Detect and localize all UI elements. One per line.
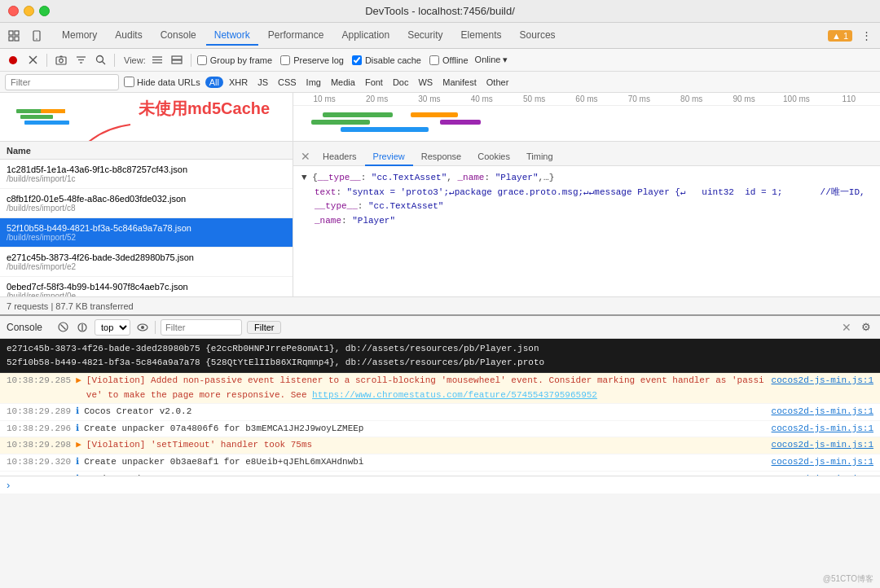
offline-toggle[interactable]: Offline — [429, 55, 469, 65]
tab-console-nav[interactable]: Console — [152, 26, 205, 46]
screenshot-button[interactable] — [53, 52, 69, 68]
detail-tab-preview[interactable]: Preview — [365, 148, 413, 166]
filter-xhr[interactable]: XHR — [225, 77, 252, 88]
filter-input[interactable] — [5, 74, 119, 90]
preserve-log-toggle[interactable]: Preserve log — [280, 55, 344, 65]
network-toolbar: View: Group by frame Preserve log Disabl… — [0, 49, 880, 72]
filter-all[interactable]: All — [205, 77, 223, 88]
log-time-1: 10:38:29.285 — [7, 374, 71, 388]
warn-icon-1: ▶ — [76, 374, 81, 388]
filter-doc[interactable]: Doc — [389, 77, 413, 88]
request-item-3[interactable]: 52f10b58-b449-4821-bf3a-5c846a9a7a78.jso… — [0, 218, 293, 248]
list-view-button[interactable] — [149, 52, 165, 68]
tab-audits[interactable]: Audits — [107, 26, 150, 46]
more-options-icon[interactable]: ⋮ — [857, 27, 875, 45]
request-item-1[interactable]: 1c281d5f-1e1a-43a6-9f1c-b8c87257cf43.jso… — [0, 160, 293, 189]
request-path-2: /build/res/import/c8 — [7, 204, 286, 213]
tab-application[interactable]: Application — [333, 26, 398, 46]
request-item-2[interactable]: c8fb1f20-01e5-48fe-a8ac-86ed03fde032.jso… — [0, 189, 293, 218]
search-button[interactable] — [92, 52, 108, 68]
timeline-waterfall — [293, 106, 880, 141]
request-item-4[interactable]: e271c45b-3873-4f26-bade-3ded28980b75.jso… — [0, 248, 293, 277]
log-source-1[interactable]: cocos2d-js-min.js:1 — [772, 374, 873, 388]
detail-tab-headers[interactable]: Headers — [315, 148, 365, 166]
filter-media[interactable]: Media — [327, 77, 359, 88]
minimize-button[interactable] — [24, 6, 34, 16]
tab-memory[interactable]: Memory — [54, 26, 105, 46]
record-button[interactable] — [5, 52, 21, 68]
log-time-5: 10:38:29.320 — [7, 455, 71, 470]
device-icon[interactable] — [28, 27, 46, 45]
detail-tabs: ✕ Headers Preview Response Cookies Timin… — [293, 142, 880, 166]
detail-line-3: __type__: "cc.TextAsset" — [301, 200, 872, 214]
filter-toggle-button[interactable] — [73, 52, 89, 68]
waterfall-bar-1 — [323, 112, 393, 117]
tab-security[interactable]: Security — [399, 26, 451, 46]
notif-line-1: e271c45b-3873-4f26-bade-3ded28980b75 {e2… — [7, 342, 873, 356]
filter-css[interactable]: CSS — [274, 77, 301, 88]
console-close-button[interactable]: ✕ — [839, 320, 854, 335]
group-by-frame-toggle[interactable]: Group by frame — [197, 55, 272, 65]
detail-close-button[interactable]: ✕ — [297, 147, 315, 165]
filter-js[interactable]: JS — [253, 77, 272, 88]
log-source-2[interactable]: cocos2d-js-min.js:1 — [772, 405, 873, 419]
status-bar: 7 requests | 87.7 KB transferred — [0, 296, 880, 314]
tick-100ms: 100 ms — [770, 94, 822, 103]
tab-network[interactable]: Network — [206, 26, 258, 46]
titlebar: DevTools - localhost:7456/build/ — [0, 0, 880, 23]
tab-sources[interactable]: Sources — [512, 26, 564, 46]
detail-tab-timing[interactable]: Timing — [518, 148, 561, 166]
log-source-3[interactable]: cocos2d-js-min.js:1 — [772, 422, 873, 437]
log-source-4[interactable]: cocos2d-js-min.js:1 — [772, 438, 873, 453]
detail-tab-cookies[interactable]: Cookies — [469, 148, 518, 166]
log-time-4: 10:38:29.298 — [7, 438, 71, 453]
console-filter-input[interactable] — [161, 319, 242, 336]
info-icon-2: ℹ — [76, 405, 79, 419]
log-source-5[interactable]: cocos2d-js-min.js:1 — [772, 455, 873, 470]
timeline-left — [0, 93, 293, 141]
log-entry-5: 10:38:29.320 ℹ Create unpacker 0b3ae8af1… — [0, 454, 880, 472]
request-item-5[interactable]: 0ebed7cf-58f3-4b99-b144-907f8c4aeb7c.jso… — [0, 277, 293, 296]
offline-label: Offline — [442, 55, 469, 65]
svg-rect-2 — [9, 37, 13, 41]
console-context-select[interactable]: top — [95, 319, 130, 336]
log-text-4: [Violation] 'setTimeout' handler took 75… — [86, 438, 767, 453]
svg-rect-20 — [172, 60, 182, 64]
filter-ws[interactable]: WS — [414, 77, 437, 88]
filter-img[interactable]: Img — [302, 77, 325, 88]
log-entry-4: 10:38:29.298 ▶ [Violation] 'setTimeout' … — [0, 437, 880, 454]
view-label: View: — [124, 55, 146, 65]
console-settings-button[interactable]: ⚙ — [859, 320, 873, 335]
clear-button[interactable] — [24, 52, 41, 68]
large-view-button[interactable] — [169, 52, 185, 68]
inspect-icon[interactable] — [5, 27, 23, 45]
hide-data-urls-toggle[interactable]: Hide data URLs — [124, 77, 200, 87]
tab-elements[interactable]: Elements — [453, 26, 510, 46]
console-clear-button[interactable] — [55, 320, 70, 335]
window-title: DevTools - localhost:7456/build/ — [365, 5, 515, 17]
online-select[interactable]: Online ▾ — [475, 55, 508, 65]
console-filter-button[interactable]: Filter — [247, 321, 281, 334]
requests-panel: Name 1c281d5f-1e1a-43a6-9f1c-b8c87257cf4… — [0, 142, 293, 296]
detail-tab-response[interactable]: Response — [413, 148, 470, 166]
request-path-4: /build/res/import/e2 — [7, 262, 286, 271]
close-button[interactable] — [8, 6, 19, 16]
filter-row: Hide data URLs All XHR JS CSS Img Media … — [0, 72, 880, 93]
svg-rect-9 — [56, 57, 66, 64]
violation-url-1[interactable]: https://www.chromestatus.com/feature/574… — [312, 390, 597, 400]
filter-manifest[interactable]: Manifest — [438, 77, 481, 88]
online-label[interactable]: Online ▾ — [475, 55, 508, 65]
tab-performance[interactable]: Performance — [260, 26, 332, 46]
console-input[interactable] — [15, 480, 873, 491]
filter-other[interactable]: Other — [482, 77, 513, 88]
log-text-1: [Violation] Added non-passive event list… — [86, 374, 767, 402]
disable-cache-label: Disable cache — [365, 55, 421, 65]
tick-10ms: 10 ms — [298, 94, 350, 103]
maximize-button[interactable] — [39, 6, 50, 16]
request-path-3: /build/res/import/52 — [7, 233, 286, 242]
console-stop-button[interactable] — [75, 320, 90, 335]
console-eye-button[interactable] — [135, 320, 150, 335]
tick-20ms: 20 ms — [350, 94, 403, 103]
filter-font[interactable]: Font — [361, 77, 387, 88]
disable-cache-toggle[interactable]: Disable cache — [352, 55, 421, 65]
